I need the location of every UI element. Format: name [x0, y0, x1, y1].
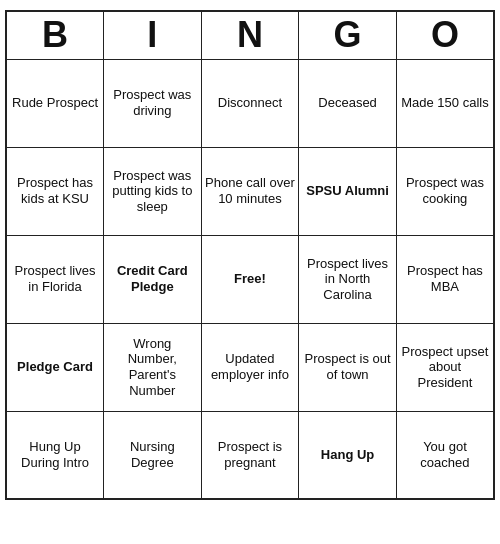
bingo-cell: Disconnect	[201, 59, 299, 147]
table-row: Hung Up During IntroNursing DegreeProspe…	[6, 411, 494, 499]
bingo-letter: O	[396, 11, 494, 59]
bingo-cell: Prospect was cooking	[396, 147, 494, 235]
bingo-cell: Prospect has MBA	[396, 235, 494, 323]
bingo-letter: N	[201, 11, 299, 59]
table-row: Prospect lives in FloridaCredit Card Ple…	[6, 235, 494, 323]
bingo-cell: Hung Up During Intro	[6, 411, 104, 499]
bingo-cell: Pledge Card	[6, 323, 104, 411]
bingo-cell: Made 150 calls	[396, 59, 494, 147]
bingo-cell: Prospect has kids at KSU	[6, 147, 104, 235]
bingo-cell: Prospect lives in North Carolina	[299, 235, 397, 323]
bingo-cell: Updated employer info	[201, 323, 299, 411]
bingo-cell: Prospect lives in Florida	[6, 235, 104, 323]
bingo-letter: B	[6, 11, 104, 59]
bingo-letter: I	[104, 11, 202, 59]
bingo-cell: Rude Prospect	[6, 59, 104, 147]
bingo-cell: Hang Up	[299, 411, 397, 499]
table-row: Rude ProspectProspect was drivingDisconn…	[6, 59, 494, 147]
bingo-cell: Free!	[201, 235, 299, 323]
bingo-cell: Prospect upset about President	[396, 323, 494, 411]
bingo-cell: Prospect is out of town	[299, 323, 397, 411]
bingo-cell: Credit Card Pledge	[104, 235, 202, 323]
bingo-cell: Phone call over 10 minutes	[201, 147, 299, 235]
bingo-cell: Wrong Number, Parent's Number	[104, 323, 202, 411]
bingo-cell: SPSU Alumni	[299, 147, 397, 235]
bingo-cell: Prospect was driving	[104, 59, 202, 147]
bingo-title	[5, 0, 495, 10]
bingo-cell: Prospect is pregnant	[201, 411, 299, 499]
bingo-cell: Deceased	[299, 59, 397, 147]
bingo-cell: Prospect was putting kids to sleep	[104, 147, 202, 235]
bingo-grid: BINGO Rude ProspectProspect was drivingD…	[5, 10, 495, 500]
bingo-cell: Nursing Degree	[104, 411, 202, 499]
table-row: Prospect has kids at KSUProspect was put…	[6, 147, 494, 235]
table-row: Pledge CardWrong Number, Parent's Number…	[6, 323, 494, 411]
bingo-cell: You got coached	[396, 411, 494, 499]
bingo-letter: G	[299, 11, 397, 59]
